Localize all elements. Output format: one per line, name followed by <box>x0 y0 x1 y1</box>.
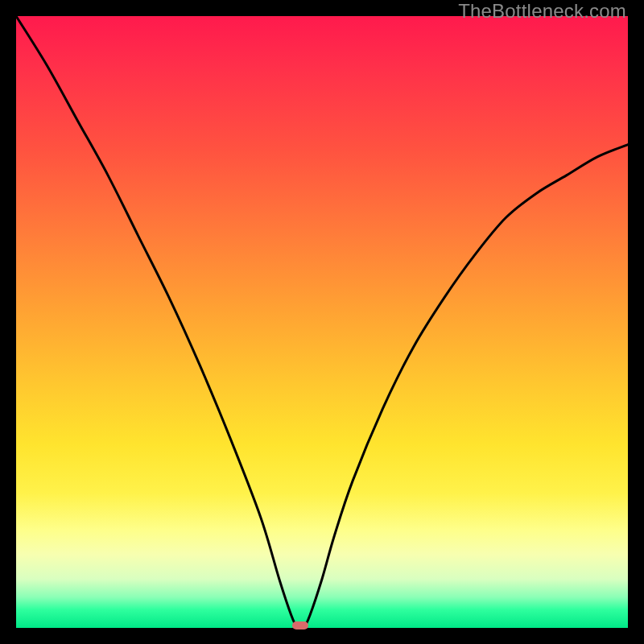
curve-path <box>16 16 628 628</box>
chart-frame: TheBottleneck.com <box>0 0 644 644</box>
plot-area <box>16 16 628 628</box>
minimum-marker <box>292 621 308 630</box>
watermark-text: TheBottleneck.com <box>458 0 626 23</box>
bottleneck-curve <box>16 16 628 628</box>
